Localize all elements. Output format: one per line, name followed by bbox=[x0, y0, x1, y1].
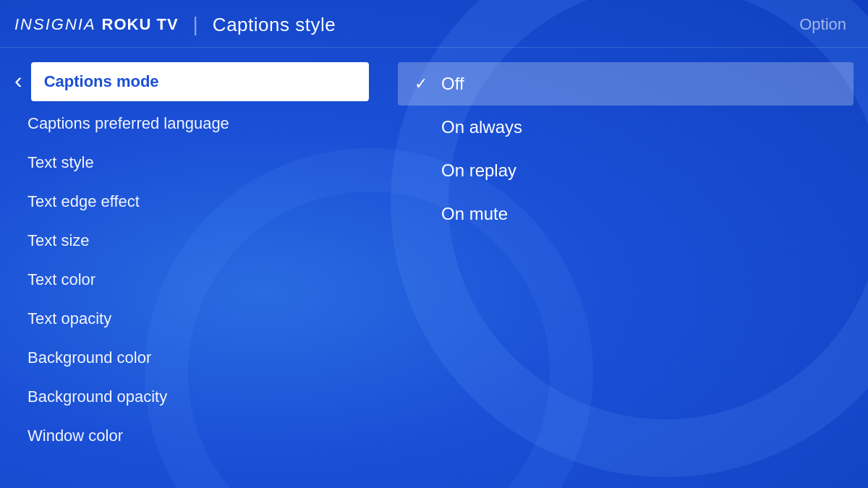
menu-item-captions-mode[interactable]: Captions mode bbox=[31, 62, 369, 101]
menu-item-text-style[interactable]: Text style bbox=[14, 143, 369, 182]
menu-item-background-color[interactable]: Background color bbox=[14, 338, 369, 377]
option-on-replay[interactable]: On replay bbox=[398, 149, 854, 192]
main-content: ‹ Captions mode Captions preferred langu… bbox=[0, 48, 868, 485]
header-divider: | bbox=[193, 13, 198, 36]
insignia-logo: INSIGNIA bbox=[14, 15, 96, 34]
menu-item-text-color[interactable]: Text color bbox=[14, 260, 369, 299]
back-arrow-icon[interactable]: ‹ bbox=[14, 69, 22, 92]
menu-label-text-edge-effect: Text edge effect bbox=[27, 192, 140, 211]
option-label-on-mute: On mute bbox=[441, 204, 508, 224]
menu-label-text-color: Text color bbox=[27, 270, 95, 289]
options-button[interactable]: Option bbox=[799, 15, 846, 34]
right-panel: ✓ Off On always On replay On mute bbox=[383, 62, 868, 485]
option-label-on-always: On always bbox=[441, 117, 522, 137]
menu-label-captions-mode: Captions mode bbox=[44, 72, 159, 91]
back-row: ‹ Captions mode bbox=[14, 62, 369, 101]
menu-item-window-color[interactable]: Window color bbox=[14, 416, 369, 455]
menu-item-background-opacity[interactable]: Background opacity bbox=[14, 377, 369, 416]
roku-tv-logo: ROKU TV bbox=[102, 15, 179, 34]
check-icon-off: ✓ bbox=[412, 74, 430, 93]
menu-label-captions-preferred-language: Captions preferred language bbox=[27, 114, 229, 133]
left-panel: ‹ Captions mode Captions preferred langu… bbox=[0, 62, 383, 485]
menu-item-text-edge-effect[interactable]: Text edge effect bbox=[14, 182, 369, 221]
brand: INSIGNIA ROKU TV bbox=[14, 15, 179, 34]
menu-label-text-style: Text style bbox=[27, 153, 94, 172]
menu-label-background-opacity: Background opacity bbox=[27, 388, 167, 406]
menu-item-captions-preferred-language[interactable]: Captions preferred language bbox=[14, 104, 369, 143]
menu-item-text-opacity[interactable]: Text opacity bbox=[14, 299, 369, 338]
option-on-mute[interactable]: On mute bbox=[398, 192, 854, 236]
menu-label-text-opacity: Text opacity bbox=[27, 309, 111, 328]
option-off[interactable]: ✓ Off bbox=[398, 62, 854, 106]
header: INSIGNIA ROKU TV | Captions style Option bbox=[0, 0, 868, 48]
page-title: Captions style bbox=[213, 14, 336, 36]
menu-label-window-color: Window color bbox=[27, 427, 123, 445]
menu-label-background-color: Background color bbox=[27, 348, 151, 367]
menu-item-text-size[interactable]: Text size bbox=[14, 221, 369, 260]
header-left: INSIGNIA ROKU TV | Captions style bbox=[14, 13, 336, 36]
option-label-off: Off bbox=[441, 74, 464, 94]
option-on-always[interactable]: On always bbox=[398, 106, 854, 149]
option-label-on-replay: On replay bbox=[441, 160, 516, 181]
menu-label-text-size: Text size bbox=[27, 231, 90, 250]
